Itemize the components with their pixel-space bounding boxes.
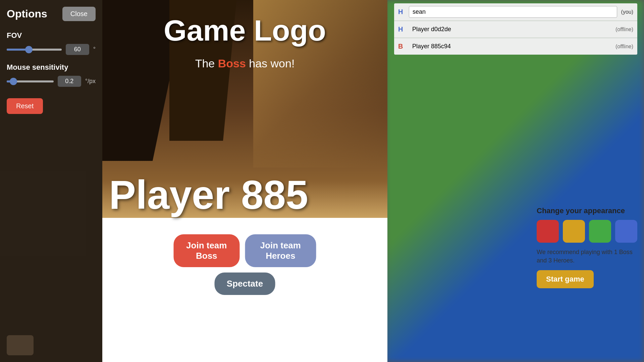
game-logo: Game Logo [164,13,326,48]
player-status-885c94: (offline) [615,44,633,50]
reset-button[interactable]: Reset [7,98,43,114]
fov-value-input[interactable] [66,44,89,55]
fov-slider[interactable] [7,46,62,53]
options-title: Options [7,8,47,20]
color-swatch-green[interactable] [589,220,611,243]
color-swatch-red[interactable] [537,220,559,243]
team-letter-heroes-d0d2de: H [398,25,406,33]
team-letter-heroes-sean: H [398,8,406,16]
player-status-sean: (you) [621,9,633,15]
team-buttons-area: Join team Boss Join team Heroes Spectate [174,234,316,295]
mouse-sensitivity-label: Mouse sensitivity [7,63,96,72]
color-swatch-yellow[interactable] [563,220,585,243]
player-name-field-sean[interactable] [409,6,617,18]
recommendation-text: We recommend playing with 1 Bossand 3 He… [537,248,637,265]
player-item-sean: H (you) [394,3,637,20]
fov-unit: ° [93,46,96,53]
win-message: The Boss has won! [195,57,295,70]
color-swatches [537,220,637,243]
join-boss-button[interactable]: Join team Boss [174,234,240,267]
right-panel: H (you) H Player d0d2de (offline) B Play… [387,0,644,362]
close-button[interactable]: Close [62,7,96,21]
player-status-d0d2de: (offline) [615,26,633,33]
mouse-sensitivity-value-input[interactable] [58,76,81,87]
start-game-button[interactable]: Start game [537,270,594,288]
join-heroes-button[interactable]: Join team Heroes [245,234,316,267]
player-list: H (you) H Player d0d2de (offline) B Play… [394,3,637,55]
spectate-button[interactable]: Spectate [215,273,275,295]
player-item-885c94: B Player 885c94 (offline) [394,38,637,55]
fov-label: FOV [7,31,96,40]
player-item-d0d2de: H Player d0d2de (offline) [394,21,637,38]
mouse-sensitivity-slider[interactable] [7,78,54,85]
join-buttons-row: Join team Boss Join team Heroes [174,234,316,267]
win-team: Boss [218,57,246,70]
player-score-display: Player 885 [109,172,308,218]
game-viewport: Game Logo The Boss has won! Player 885 J… [102,0,387,362]
mouse-sensitivity-unit: °/px [85,78,96,85]
player-name-display: Player 885 [109,172,308,217]
color-swatch-blue[interactable] [615,220,637,243]
player-name-d0d2de: Player d0d2de [409,24,611,35]
appearance-section: Change your appearance We recommend play… [537,206,637,288]
options-panel: Options Close FOV ° Mouse sensitivity °/… [0,0,102,362]
team-letter-boss-885c94: B [398,43,406,50]
appearance-title: Change your appearance [537,206,637,215]
win-text-before: The [195,57,218,70]
win-text-after: has won! [246,57,295,70]
player-name-885c94: Player 885c94 [409,41,611,52]
avatar-placeholder [7,335,34,355]
